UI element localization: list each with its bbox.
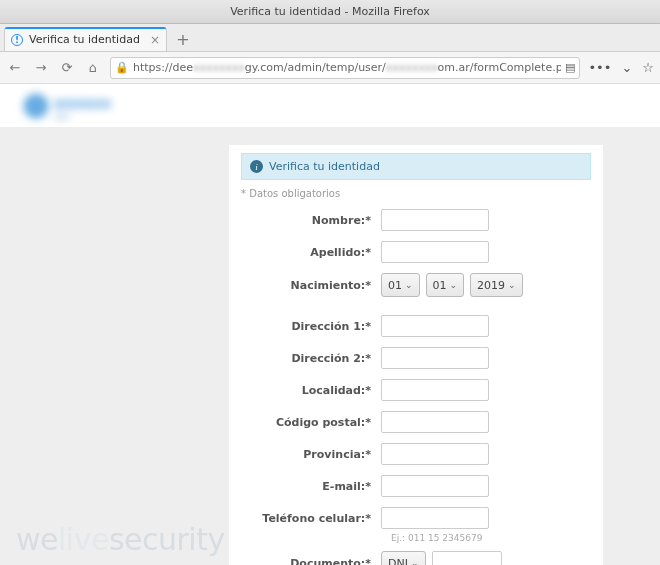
label-telefono: Teléfono celular:* bbox=[241, 512, 381, 525]
documento-tipo-select[interactable]: DNI⌄ bbox=[381, 551, 426, 565]
forward-button[interactable]: → bbox=[32, 60, 50, 75]
page-header: xxxxxxxxx bbox=[0, 84, 660, 128]
alert-text: Verifica tu identidad bbox=[269, 160, 380, 173]
documento-numero-field[interactable] bbox=[432, 551, 502, 565]
nav-toolbar: ← → ⟳ ⌂ 🔒 https://deexxxxxxxxgy.com/admi… bbox=[0, 52, 660, 84]
telefono-hint: Ej.: 011 15 2345679 bbox=[391, 533, 591, 543]
chevron-down-icon: ⌄ bbox=[411, 558, 419, 565]
home-button[interactable]: ⌂ bbox=[84, 60, 102, 75]
site-logo: xxxxxxxxx bbox=[24, 91, 111, 121]
codigo-postal-field[interactable] bbox=[381, 411, 489, 433]
label-dir1: Dirección 1:* bbox=[241, 320, 381, 333]
form-panel: i Verifica tu identidad * Datos obligato… bbox=[228, 144, 604, 565]
label-email: E-mail:* bbox=[241, 480, 381, 493]
label-nacimiento: Nacimiento:* bbox=[241, 279, 381, 292]
apellido-field[interactable] bbox=[381, 241, 489, 263]
chevron-down-icon: ⌄ bbox=[450, 280, 458, 290]
label-provincia: Provincia:* bbox=[241, 448, 381, 461]
url-text: https://deexxxxxxxxgy.com/admin/temp/use… bbox=[133, 61, 561, 74]
nacimiento-year-select[interactable]: 2019⌄ bbox=[470, 273, 523, 297]
tab-title: Verifica tu identidad bbox=[29, 33, 140, 46]
email-field[interactable] bbox=[381, 475, 489, 497]
direccion2-field[interactable] bbox=[381, 347, 489, 369]
tab-strip: ! Verifica tu identidad × + bbox=[0, 24, 660, 52]
info-alert: i Verifica tu identidad bbox=[241, 153, 591, 180]
url-bar[interactable]: 🔒 https://deexxxxxxxxgy.com/admin/temp/u… bbox=[110, 57, 580, 79]
nacimiento-month-select[interactable]: 01⌄ bbox=[426, 273, 465, 297]
info-icon: i bbox=[250, 160, 263, 173]
provincia-field[interactable] bbox=[381, 443, 489, 465]
reader-mode-icon[interactable]: ▤ bbox=[565, 61, 575, 74]
required-note: * Datos obligatorios bbox=[241, 188, 591, 199]
browser-tab[interactable]: ! Verifica tu identidad × bbox=[4, 27, 167, 51]
label-nombre: Nombre:* bbox=[241, 214, 381, 227]
chevron-down-icon: ⌄ bbox=[508, 280, 516, 290]
page-actions-icon[interactable]: ••• bbox=[588, 60, 611, 75]
bookmark-star-icon[interactable]: ☆ bbox=[642, 60, 654, 75]
tab-favicon: ! bbox=[11, 34, 23, 46]
chevron-down-icon: ⌄ bbox=[405, 280, 413, 290]
new-tab-button[interactable]: + bbox=[171, 27, 195, 51]
nombre-field[interactable] bbox=[381, 209, 489, 231]
lock-icon: 🔒 bbox=[115, 61, 129, 74]
label-documento: Documento:* bbox=[241, 557, 381, 566]
close-icon[interactable]: × bbox=[146, 33, 160, 47]
nacimiento-day-select[interactable]: 01⌄ bbox=[381, 273, 420, 297]
label-dir2: Dirección 2:* bbox=[241, 352, 381, 365]
pocket-icon[interactable]: ⌄ bbox=[621, 60, 632, 75]
localidad-field[interactable] bbox=[381, 379, 489, 401]
back-button[interactable]: ← bbox=[6, 60, 24, 75]
watermark: welivesecurity bbox=[16, 522, 225, 557]
direccion1-field[interactable] bbox=[381, 315, 489, 337]
reload-button[interactable]: ⟳ bbox=[58, 60, 76, 75]
label-apellido: Apellido:* bbox=[241, 246, 381, 259]
label-localidad: Localidad:* bbox=[241, 384, 381, 397]
window-titlebar: Verifica tu identidad - Mozilla Firefox bbox=[0, 0, 660, 24]
telefono-field[interactable] bbox=[381, 507, 489, 529]
label-cp: Código postal:* bbox=[241, 416, 381, 429]
